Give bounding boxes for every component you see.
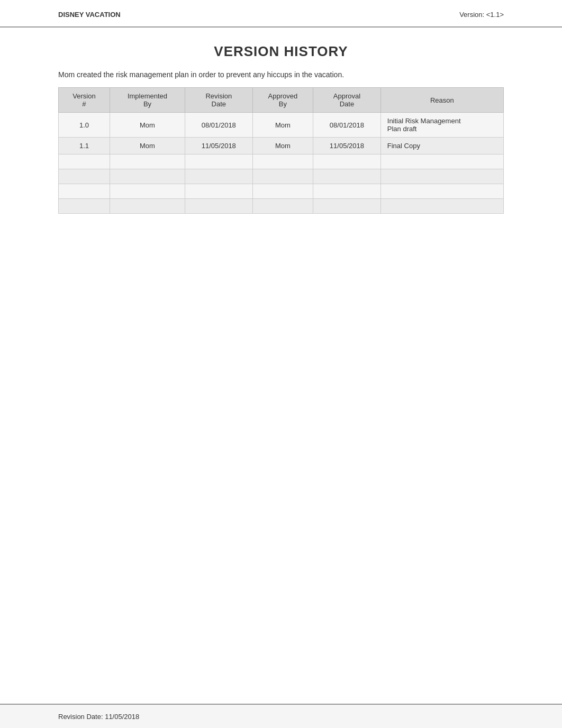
- cell-implemented-by: Mom: [110, 138, 185, 154]
- table-row: [59, 154, 504, 169]
- cell-approval-date: 11/05/2018: [313, 138, 381, 154]
- revision-date: Revision Date: 11/05/2018: [58, 713, 139, 721]
- cell-revision-date: 11/05/2018: [185, 138, 252, 154]
- cell-version: 1.1: [59, 138, 110, 154]
- cell-version: 1.0: [59, 113, 110, 138]
- table-row: 1.0 Mom 08/01/2018 Mom 08/01/2018 Initia…: [59, 113, 504, 138]
- col-approved-by: ApprovedBy: [252, 88, 313, 113]
- document-version: Version: <1.1>: [459, 11, 504, 19]
- cell-revision-date: 08/01/2018: [185, 113, 252, 138]
- col-implemented-by: ImplementedBy: [110, 88, 185, 113]
- page-title: VERSION HISTORY: [58, 43, 504, 60]
- cell-approved-by: Mom: [252, 138, 313, 154]
- page-header: DISNEY VACATION Version: <1.1>: [0, 0, 562, 28]
- page-footer: Revision Date: 11/05/2018: [0, 704, 562, 728]
- table-header-row: Version# ImplementedBy RevisionDate Appr…: [59, 88, 504, 113]
- version-history-table: Version# ImplementedBy RevisionDate Appr…: [58, 87, 504, 214]
- document-title: DISNEY VACATION: [58, 11, 121, 19]
- col-reason: Reason: [380, 88, 503, 113]
- table-row: [59, 169, 504, 184]
- cell-reason: Final Copy: [380, 138, 503, 154]
- description-text: Mom created the risk management plan in …: [58, 70, 504, 79]
- col-version: Version#: [59, 88, 110, 113]
- cell-reason: Initial Risk ManagementPlan draft: [380, 113, 503, 138]
- table-row: 1.1 Mom 11/05/2018 Mom 11/05/2018 Final …: [59, 138, 504, 154]
- cell-approval-date: 08/01/2018: [313, 113, 381, 138]
- cell-implemented-by: Mom: [110, 113, 185, 138]
- cell-approved-by: Mom: [252, 113, 313, 138]
- col-revision-date: RevisionDate: [185, 88, 252, 113]
- main-content: VERSION HISTORY Mom created the risk man…: [0, 28, 562, 245]
- col-approval-date: ApprovalDate: [313, 88, 381, 113]
- table-row: [59, 184, 504, 199]
- table-row: [59, 199, 504, 214]
